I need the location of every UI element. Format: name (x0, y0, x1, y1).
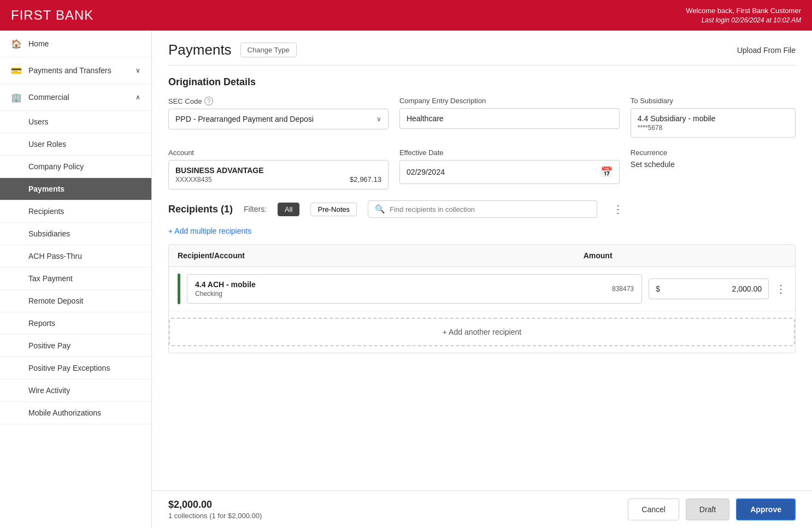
sidebar-label-wire-activity: Wire Activity (28, 386, 70, 395)
logo-line2: BANK (56, 8, 93, 22)
sidebar-item-positive-pay-exceptions[interactable]: Positive Pay Exceptions (0, 357, 151, 379)
sec-code-info-icon[interactable]: ? (204, 97, 213, 105)
sidebar-label-payments: Payments (28, 185, 64, 193)
recurrence-label: Recurrence (631, 149, 796, 157)
page-title: Payments (168, 41, 232, 58)
sidebar-label-positive-pay-exceptions: Positive Pay Exceptions (28, 364, 110, 372)
sidebar-label-users: Users (28, 117, 49, 126)
sidebar-label-recipients: Recipients (28, 207, 64, 216)
cancel-button[interactable]: Cancel (628, 499, 679, 520)
add-another-recipient-button[interactable]: + Add another recipient (169, 318, 795, 346)
sidebar-label-user-roles: User Roles (28, 140, 66, 149)
more-options-icon[interactable]: ⋮ (613, 203, 623, 216)
commercial-icon: 🏢 (11, 92, 22, 103)
sidebar-label-company-policy: Company Policy (28, 162, 84, 171)
amount-input[interactable] (664, 284, 762, 293)
recipient-info: 4.4 ACH - mobile Checking 838473 (187, 274, 642, 304)
sidebar-item-user-roles[interactable]: User Roles (0, 133, 151, 156)
main-layout: 🏠 Home 💳 Payments and Transfers ∨ 🏢 Comm… (0, 31, 812, 528)
add-multiple-link[interactable]: + Add multiple recipients (168, 227, 796, 235)
recipient-account-num: 838473 (612, 285, 634, 293)
sidebar-label-remote-deposit: Remote Deposit (28, 296, 83, 305)
approve-button[interactable]: Approve (736, 499, 796, 520)
footer-total-section: $2,000.00 1 collections (1 for $2,000.00… (168, 499, 262, 520)
sidebar-item-tax-payment[interactable]: Tax Payment (0, 268, 151, 290)
sidebar-label-ach-pass-thru: ACH Pass-Thru (28, 252, 82, 260)
account-name: BUSINESS ADVANTAGE (175, 166, 264, 175)
header-divider (168, 65, 796, 66)
sidebar-item-recipients[interactable]: Recipients (0, 200, 151, 223)
sec-code-value: PPD - Prearranged Payment and Deposi (175, 115, 372, 123)
effective-date-value: 02/29/2024 (407, 168, 601, 176)
payments-icon: 💳 (11, 65, 22, 76)
chevron-down-icon: ∨ (136, 67, 140, 74)
row-more-icon[interactable]: ⋮ (775, 282, 786, 295)
origination-section-title: Origination Details (168, 76, 796, 88)
sidebar-item-subsidiaries[interactable]: Subsidiaries (0, 223, 151, 245)
sidebar-label-commercial: Commercial (28, 93, 69, 102)
upload-from-file-link[interactable]: Upload From File (737, 46, 796, 55)
page-title-row: Payments Change Type (168, 41, 297, 58)
page-header: Payments Change Type Upload From File (168, 41, 796, 58)
recipient-card[interactable]: 4.4 ACH - mobile Checking 838473 (187, 274, 642, 304)
account-balance: $2,967.13 (350, 175, 381, 183)
sec-code-select[interactable]: PPD - Prearranged Payment and Deposi ∨ (168, 109, 389, 129)
sidebar-item-users[interactable]: Users (0, 111, 151, 133)
sidebar-item-company-policy[interactable]: Company Policy (0, 156, 151, 178)
sidebar-item-home[interactable]: 🏠 Home (0, 31, 151, 57)
origination-section: Origination Details SEC Code ? PPD - Pre… (168, 76, 796, 189)
sidebar-item-positive-pay[interactable]: Positive Pay (0, 335, 151, 357)
amount-field[interactable]: $ (649, 278, 769, 299)
welcome-message: Welcome back, First Bank Customer (686, 6, 801, 16)
last-login: Last login 02/26/2024 at 10:02 AM (686, 16, 801, 25)
account-value[interactable]: BUSINESS ADVANTAGE XXXXX8435 $2,967.13 (168, 160, 389, 189)
footer-total: $2,000.00 (168, 499, 262, 511)
recipient-search-box[interactable]: 🔍 (368, 200, 597, 218)
footer-actions: Cancel Draft Approve (628, 499, 796, 520)
footer: $2,000.00 1 collections (1 for $2,000.00… (152, 490, 812, 528)
subsidiary-name: 4.4 Subsidiary - mobile (638, 114, 789, 123)
chevron-up-icon: ∧ (136, 93, 140, 101)
sidebar-item-mobile-authorizations[interactable]: Mobile Authorizations (0, 402, 151, 424)
top-header: FIRST BANK Welcome back, First Bank Cust… (0, 0, 812, 31)
col-header-amount: Amount (584, 251, 786, 260)
sec-code-field: SEC Code ? PPD - Prearranged Payment and… (168, 97, 389, 138)
sidebar-item-reports[interactable]: Reports (0, 312, 151, 335)
sidebar-item-wire-activity[interactable]: Wire Activity (0, 379, 151, 402)
effective-date-input[interactable]: 02/29/2024 📅 (399, 160, 620, 184)
sidebar-label-subsidiaries: Subsidiaries (28, 229, 70, 238)
recipients-title: Recipients (1) (168, 204, 233, 215)
home-icon: 🏠 (11, 38, 22, 49)
table-header: Recipient/Account Amount (169, 245, 795, 267)
draft-button[interactable]: Draft (686, 499, 729, 520)
footer-subtitle: 1 collections (1 for $2,000.00) (168, 512, 262, 520)
filter-all-button[interactable]: All (278, 203, 299, 216)
recipient-table: Recipient/Account Amount 4.4 ACH - mobil… (168, 244, 796, 353)
effective-date-field: Effective Date 02/29/2024 📅 (399, 149, 620, 189)
recipients-section: Recipients (1) Filters: All Pre-Notes 🔍 … (168, 200, 796, 353)
sidebar-item-ach-pass-thru[interactable]: ACH Pass-Thru (0, 245, 151, 268)
company-entry-label: Company Entry Description (399, 97, 620, 105)
sidebar-item-payments-transfers[interactable]: 💳 Payments and Transfers ∨ (0, 57, 151, 84)
account-field: Account BUSINESS ADVANTAGE XXXXX8435 $2,… (168, 149, 389, 189)
company-entry-input[interactable] (399, 108, 620, 129)
change-type-button[interactable]: Change Type (240, 43, 297, 57)
set-schedule-link[interactable]: Set schedule (631, 160, 796, 169)
form-row-2: Account BUSINESS ADVANTAGE XXXXX8435 $2,… (168, 149, 796, 189)
sidebar-item-remote-deposit[interactable]: Remote Deposit (0, 290, 151, 312)
company-entry-field: Company Entry Description (399, 97, 620, 138)
effective-date-label: Effective Date (399, 149, 620, 157)
filters-label: Filters: (244, 205, 267, 213)
account-number: XXXXX8435 (175, 176, 264, 183)
sidebar-label-payments-transfers: Payments and Transfers (28, 66, 111, 75)
filter-prenotes-button[interactable]: Pre-Notes (310, 203, 357, 216)
recipient-search-input[interactable] (390, 205, 590, 213)
calendar-icon[interactable]: 📅 (601, 166, 613, 178)
sec-code-label: SEC Code ? (168, 97, 389, 105)
subsidiary-acct: ****5678 (638, 124, 789, 132)
sidebar-item-commercial[interactable]: 🏢 Commercial ∧ (0, 84, 151, 111)
account-label: Account (168, 149, 389, 157)
sidebar-item-payments[interactable]: Payments (0, 178, 151, 200)
to-subsidiary-label: To Subsidiary (631, 97, 796, 105)
table-row: 4.4 ACH - mobile Checking 838473 $ ⋮ (169, 267, 795, 311)
